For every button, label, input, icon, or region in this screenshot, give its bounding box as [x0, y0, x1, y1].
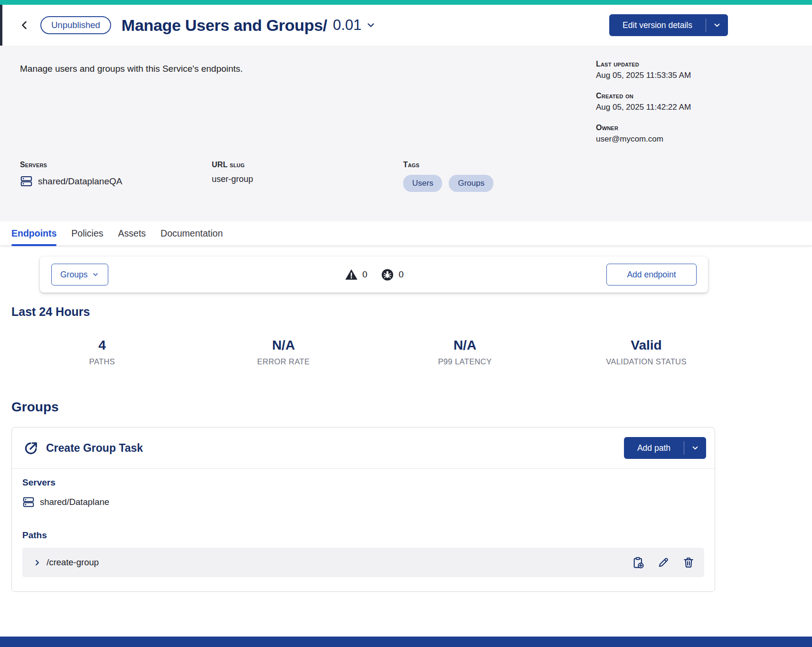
version-number: 0.01	[333, 17, 361, 34]
group-filter-dropdown[interactable]: Groups	[51, 264, 108, 285]
meta-created-on: Created on Aug 05, 2025 11:42:22 AM	[596, 92, 691, 112]
edit-path-button[interactable]	[657, 556, 670, 569]
stat-paths: 4 PATHS	[11, 338, 193, 366]
chevron-left-icon	[19, 19, 30, 31]
service-info-section: Manage users and groups with this Servic…	[0, 46, 812, 221]
chevron-right-icon	[33, 558, 42, 567]
delete-path-button[interactable]	[682, 556, 695, 569]
servers-value: shared/DataplaneQA	[38, 176, 122, 187]
edit-version-details-button[interactable]: Edit version details	[609, 14, 728, 36]
pencil-icon	[657, 556, 670, 569]
meta-block: Last updated Aug 05, 2025 11:53:35 AM Cr…	[596, 60, 691, 155]
stats-row: 4 PATHS N/A ERROR RATE N/A P99 LATENCY V…	[11, 338, 737, 366]
top-accent-bar	[0, 0, 812, 5]
version-selector[interactable]: 0.01	[333, 17, 376, 34]
tab-assets[interactable]: Assets	[118, 221, 146, 246]
tab-policies[interactable]: Policies	[71, 221, 103, 246]
bug-icon	[381, 268, 395, 282]
warning-icon	[344, 268, 358, 282]
url-slug-field: URL slug user-group	[212, 161, 403, 192]
stat-value: N/A	[193, 338, 374, 353]
trash-icon	[682, 556, 695, 569]
chevron-down-icon	[366, 20, 376, 30]
tags-label: Tags	[403, 161, 493, 169]
group-filter-label: Groups	[60, 270, 87, 280]
meta-label: Created on	[596, 92, 691, 100]
chevron-down-icon	[706, 21, 728, 29]
meta-last-updated: Last updated Aug 05, 2025 11:53:35 AM	[596, 60, 691, 80]
meta-label: Last updated	[596, 60, 691, 68]
stat-value: N/A	[374, 338, 556, 353]
page-header: Unpublished Manage Users and Groups/ 0.0…	[0, 5, 812, 46]
group-card-body: Servers shared/Dataplane Paths /create-g…	[12, 469, 715, 591]
tab-documentation[interactable]: Documentation	[161, 221, 223, 246]
chevron-down-icon	[684, 444, 706, 452]
stat-validation-status: Valid VALIDATION STATUS	[556, 338, 737, 366]
stat-p99-latency: N/A P99 LATENCY	[374, 338, 556, 366]
meta-owner: Owner user@mycom.com	[596, 124, 691, 144]
stat-label: PATHS	[11, 357, 193, 366]
tab-bar: Endpoints Policies Assets Documentation	[0, 221, 812, 246]
meta-value: Aug 05, 2025 11:53:35 AM	[596, 71, 691, 80]
group-card-create-group-task: Create Group Task Add path Servers share…	[11, 427, 715, 592]
url-slug-label: URL slug	[212, 161, 403, 169]
task-export-icon	[23, 440, 39, 456]
page-title: Manage Users and Groups/	[122, 16, 327, 35]
groups-heading: Groups	[11, 400, 812, 415]
tag-pill-groups: Groups	[449, 175, 493, 192]
meta-value: user@mycom.com	[596, 134, 691, 144]
edit-version-details-label: Edit version details	[609, 20, 706, 30]
bug-counter[interactable]: 0	[381, 268, 404, 282]
chevron-down-icon	[92, 271, 99, 278]
footer-bar	[0, 637, 812, 647]
back-button[interactable]	[17, 17, 33, 33]
tags-field: Tags Users Groups	[403, 161, 493, 192]
tag-pill-users: Users	[403, 175, 442, 192]
card-servers-label: Servers	[22, 477, 704, 488]
stat-label: VALIDATION STATUS	[556, 357, 737, 366]
bug-count: 0	[399, 269, 404, 280]
stat-label: ERROR RATE	[193, 357, 374, 366]
url-slug-value: user-group	[212, 174, 403, 184]
meta-value: Aug 05, 2025 11:42:22 AM	[596, 103, 691, 112]
service-fields-row: Servers shared/DataplaneQA URL slug user…	[20, 161, 493, 192]
clipboard-plus-icon	[632, 556, 644, 569]
endpoints-toolbar: Groups 0 0 Add endpoint	[40, 257, 708, 293]
group-card-header: Create Group Task Add path	[12, 428, 715, 469]
card-paths-label: Paths	[22, 530, 704, 541]
stat-value: 4	[11, 338, 193, 353]
issue-counters: 0 0	[344, 268, 404, 282]
warning-count: 0	[362, 269, 368, 280]
warning-counter[interactable]: 0	[344, 268, 368, 282]
add-path-button[interactable]: Add path	[624, 437, 706, 459]
servers-field: Servers shared/DataplaneQA	[20, 161, 212, 192]
add-path-label: Add path	[624, 443, 684, 453]
meta-label: Owner	[596, 124, 691, 132]
path-row: /create-group	[22, 548, 704, 577]
last-24-hours-heading: Last 24 Hours	[11, 305, 812, 319]
add-endpoint-button[interactable]: Add endpoint	[606, 264, 697, 285]
tab-endpoints[interactable]: Endpoints	[11, 221, 57, 246]
stat-value: Valid	[556, 338, 737, 353]
server-icon	[22, 496, 35, 508]
path-actions	[632, 556, 695, 569]
path-value: /create-group	[47, 557, 99, 568]
card-servers-value: shared/Dataplane	[40, 497, 109, 507]
group-title: Create Group Task	[46, 442, 143, 455]
servers-label: Servers	[20, 161, 212, 169]
stat-label: P99 LATENCY	[374, 357, 556, 366]
endpoints-panel: Groups 0 0 Add endpoint Last 24 Hours	[0, 257, 812, 592]
stat-error-rate: N/A ERROR RATE	[193, 338, 374, 366]
server-icon	[20, 175, 33, 188]
expand-path-button[interactable]	[33, 558, 42, 567]
duplicate-path-button[interactable]	[632, 556, 644, 569]
status-badge: Unpublished	[40, 16, 111, 34]
